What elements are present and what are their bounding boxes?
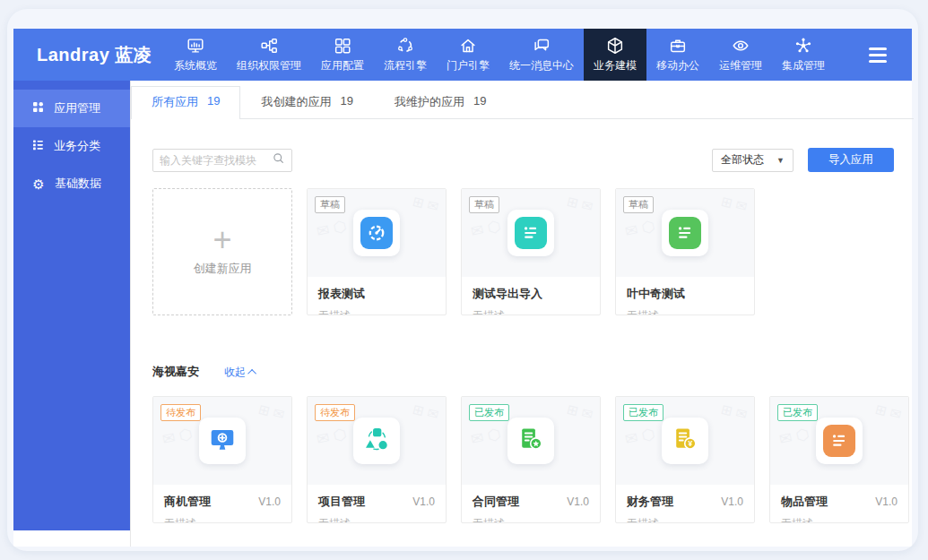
nav-item-business-modeling[interactable]: 业务建模 xyxy=(584,29,646,81)
search-icon xyxy=(272,151,285,168)
nav-item-label: 业务建模 xyxy=(594,58,637,73)
card-info: 商机管理 V1.0 无描述 xyxy=(153,485,291,523)
card-cover: 待发布 xyxy=(153,397,291,485)
nav-item-integration[interactable]: 集成管理 xyxy=(772,29,835,81)
status-badge: 草稿 xyxy=(315,196,345,213)
app-title: 商机管理 xyxy=(164,494,211,510)
app-card-yezhongqi-test[interactable]: 草稿 叶中奇测试 无描述 xyxy=(615,188,755,315)
doc-lines-icon xyxy=(669,217,701,249)
app-description: 无描述 xyxy=(318,308,435,315)
tab-count: 19 xyxy=(340,94,352,110)
chevron-up-icon xyxy=(247,368,256,377)
app-card-project-management[interactable]: 待发布 项目管理 V1.0 无描述 xyxy=(307,396,447,523)
hamburger-menu-icon[interactable] xyxy=(847,29,908,81)
status-badge: 已发布 xyxy=(469,404,509,421)
app-version: V1.0 xyxy=(875,495,898,508)
nav-item-system-overview[interactable]: 系统概览 xyxy=(164,29,227,81)
sidebar-item-label: 业务分类 xyxy=(54,138,100,154)
app-card-grid-row2: 待发布 商机管理 V1.0 无描述 xyxy=(152,396,909,523)
app-card-export-import-test[interactable]: 草稿 测试导出导入 无描述 xyxy=(461,188,601,315)
nav-item-label: 移动办公 xyxy=(656,58,699,73)
content-area: 所有应用 19 我创建的应用 19 我维护的应用 19 xyxy=(130,81,914,547)
app-grid-icon xyxy=(333,36,352,56)
app-card-contract-management[interactable]: 已发布 合同管理 V1.0 无描述 xyxy=(461,396,601,523)
tab-bar: 所有应用 19 我创建的应用 19 我维护的应用 19 xyxy=(131,86,914,119)
nav-item-message-center[interactable]: 统一消息中心 xyxy=(499,29,584,81)
icon-tile: ¥ xyxy=(662,418,708,464)
card-info: 合同管理 V1.0 无描述 xyxy=(462,485,600,523)
app-description: 无描述 xyxy=(473,308,589,315)
tab-my-maintained-apps[interactable]: 我维护的应用 19 xyxy=(374,86,507,118)
group-section-header: 海视嘉安 收起 xyxy=(152,364,892,380)
nav-item-mobile-office[interactable]: 移动办公 xyxy=(646,29,709,81)
app-title: 叶中奇测试 xyxy=(627,286,685,302)
nav-item-label: 流程引擎 xyxy=(384,58,427,73)
tab-count: 19 xyxy=(473,94,486,110)
nav-item-label: 系统概览 xyxy=(174,58,217,73)
status-badge: 草稿 xyxy=(469,196,499,213)
search-input[interactable] xyxy=(160,154,272,167)
card-info: 报表测试 无描述 xyxy=(308,277,446,315)
app-title: 合同管理 xyxy=(473,494,519,510)
card-cover: 草稿 xyxy=(308,189,446,277)
workflow-cycle-icon xyxy=(395,36,415,56)
status-badge: 已发布 xyxy=(777,404,818,421)
search-box xyxy=(152,149,292,172)
card-cover: 已发布 xyxy=(770,397,908,485)
modeling-cube-icon xyxy=(605,36,625,56)
app-description: 无描述 xyxy=(473,516,589,523)
sidebar-item-business-category[interactable]: 业务分类 xyxy=(13,127,130,165)
app-card-business-opportunity[interactable]: 待发布 商机管理 V1.0 无描述 xyxy=(152,396,292,523)
nav-item-workflow-engine[interactable]: 流程引擎 xyxy=(374,29,437,81)
sidebar-item-label: 基础数据 xyxy=(55,176,101,192)
status-filter-select[interactable]: 全部状态 ▼ xyxy=(712,149,794,172)
status-badge: 已发布 xyxy=(623,404,663,421)
tab-count: 19 xyxy=(207,94,220,110)
icon-tile xyxy=(662,210,708,256)
group-title: 海视嘉安 xyxy=(152,364,199,380)
collapse-link[interactable]: 收起 xyxy=(224,365,256,380)
tab-my-created-apps[interactable]: 我创建的应用 19 xyxy=(240,86,373,118)
chevron-down-icon: ▼ xyxy=(776,156,785,165)
top-nav: 系统概览 组织权限管理 应用配置 流程引擎 门户引擎 统一消息中心 xyxy=(164,29,847,81)
nav-item-app-config[interactable]: 应用配置 xyxy=(311,29,374,81)
app-grid-icon xyxy=(31,100,45,116)
monitor-icon xyxy=(186,36,205,56)
tab-all-apps[interactable]: 所有应用 19 xyxy=(131,86,240,119)
create-app-card[interactable]: + 创建新应用 xyxy=(152,188,292,315)
tab-label: 我维护的应用 xyxy=(395,94,464,110)
toolbar: 全部状态 ▼ 导入应用 xyxy=(152,148,894,172)
app-window: Landray 蓝凌 系统概览 组织权限管理 应用配置 流程引擎 门户引擎 xyxy=(7,9,918,551)
import-app-button[interactable]: 导入应用 xyxy=(808,148,894,172)
top-header: Landray 蓝凌 系统概览 组织权限管理 应用配置 流程引擎 门户引擎 xyxy=(13,29,912,81)
app-card-finance-management[interactable]: 已发布 ¥ 财务管理 V1.0 无描述 xyxy=(615,396,755,523)
app-card-report-test[interactable]: 草稿 报表测试 无描述 xyxy=(307,188,447,315)
main-area: 应用管理 业务分类 ⚙ 基础数据 所有应用 19 我创建的应用 19 xyxy=(13,81,912,547)
nav-item-label: 组织权限管理 xyxy=(237,58,301,73)
app-version: V1.0 xyxy=(567,495,589,508)
sidebar: 应用管理 业务分类 ⚙ 基础数据 xyxy=(13,81,130,530)
nav-item-ops-management[interactable]: 运维管理 xyxy=(709,29,772,81)
app-title: 测试导出导入 xyxy=(473,286,542,302)
gauge-icon xyxy=(360,217,393,249)
card-cover: 草稿 xyxy=(616,189,754,277)
category-list-icon xyxy=(31,138,45,154)
card-cover: 已发布 ¥ xyxy=(616,397,754,485)
monitor-plus-icon xyxy=(207,424,238,458)
icon-tile xyxy=(199,418,246,464)
svg-text:¥: ¥ xyxy=(688,439,692,448)
app-version: V1.0 xyxy=(412,495,435,508)
sidebar-item-base-data[interactable]: ⚙ 基础数据 xyxy=(13,165,130,202)
nav-item-org-permissions[interactable]: 组织权限管理 xyxy=(227,29,311,81)
icon-tile xyxy=(507,210,554,256)
nav-item-label: 集成管理 xyxy=(782,58,825,73)
sidebar-item-app-management[interactable]: 应用管理 xyxy=(13,90,130,127)
card-info: 项目管理 V1.0 无描述 xyxy=(308,485,446,523)
nav-item-portal-engine[interactable]: 门户引擎 xyxy=(437,29,499,81)
card-info: 叶中奇测试 无描述 xyxy=(616,277,754,315)
app-title: 报表测试 xyxy=(318,286,365,302)
app-description: 无描述 xyxy=(627,516,743,523)
toolbar-right: 全部状态 ▼ 导入应用 xyxy=(712,148,894,172)
nav-item-label: 应用配置 xyxy=(321,58,364,73)
app-card-goods-management[interactable]: 已发布 物品管理 V1.0 无描述 xyxy=(769,396,909,523)
